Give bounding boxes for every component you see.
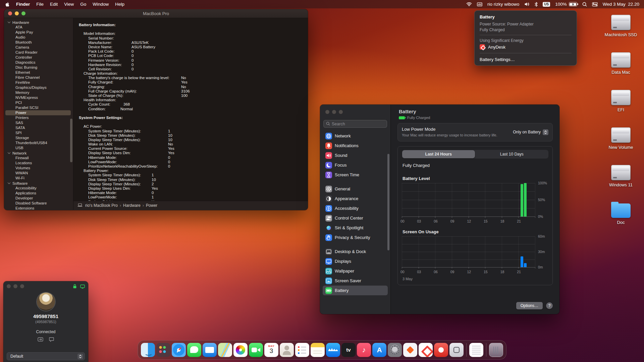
settings-nav-accessibility[interactable]: Accessibility: [323, 203, 388, 213]
settings-nav-privacy-security[interactable]: Privacy & Security: [323, 233, 388, 242]
dock-photos-icon[interactable]: [233, 343, 248, 357]
dock-tv-icon[interactable]: [341, 343, 356, 357]
menu-bar-clock[interactable]: Wed 3 May 22.20: [603, 2, 639, 7]
bluetooth-icon[interactable]: [535, 2, 538, 7]
battery-settings-menu-item[interactable]: Battery Settings…: [475, 56, 577, 63]
sysinfo-item-sata[interactable]: SATA: [4, 125, 73, 130]
breadcrumb-item[interactable]: rio's MacBook Pro: [85, 203, 118, 208]
sysinfo-item-parallel-scsi[interactable]: Parallel SCSI: [4, 105, 73, 110]
sysinfo-item-graphics-displays[interactable]: Graphics/Displays: [4, 85, 73, 90]
dock-messages-icon[interactable]: [187, 343, 201, 357]
dock-finder-icon[interactable]: [141, 343, 155, 357]
dock-calendar-icon[interactable]: MAY3: [264, 343, 278, 357]
desktop-icon-windows-11[interactable]: Windows 11: [599, 164, 643, 201]
zoom-button[interactable]: [21, 11, 25, 15]
sysinfo-item-camera[interactable]: Camera: [4, 45, 73, 50]
input-source-indicator[interactable]: US: [543, 2, 550, 7]
sysinfo-item-fibre-channel[interactable]: Fibre Channel: [4, 75, 73, 80]
sysinfo-item-bluetooth[interactable]: Bluetooth: [4, 40, 73, 45]
settings-nav-screen-time[interactable]: Screen Time: [323, 170, 388, 180]
dock-app-store-icon[interactable]: [372, 343, 386, 357]
low-power-mode-select[interactable]: Only on Battery: [513, 129, 548, 135]
settings-nav-notifications[interactable]: Notifications: [323, 141, 388, 150]
sysinfo-item-disabled-software[interactable]: Disabled Software: [4, 201, 73, 206]
sysinfo-item-extensions[interactable]: Extensions: [4, 206, 73, 210]
wifi-icon[interactable]: [466, 2, 472, 6]
sysinfo-item-memory[interactable]: Memory: [4, 90, 73, 95]
volume-icon[interactable]: [524, 2, 530, 6]
stats-icon[interactable]: [477, 2, 482, 6]
energy-app-anydesk[interactable]: AnyDesk: [475, 43, 577, 51]
menu-finder[interactable]: Finder: [16, 2, 30, 7]
search-field[interactable]: [323, 120, 387, 128]
close-button[interactable]: [325, 110, 329, 114]
sysinfo-item-usb[interactable]: USB: [4, 145, 73, 150]
sysinfo-item-wwan[interactable]: WWAN: [4, 171, 73, 176]
menu-view[interactable]: View: [64, 2, 74, 7]
sysinfo-item-apple-pay[interactable]: Apple Pay: [4, 30, 73, 35]
menu-go[interactable]: Go: [80, 2, 86, 7]
desktop-icon-machintosh-ssd[interactable]: Machintosh SSD: [599, 13, 643, 51]
close-button[interactable]: [8, 11, 12, 15]
profile-select[interactable]: Default: [7, 352, 85, 360]
sysinfo-item-wi-fi[interactable]: Wi-Fi: [4, 176, 73, 181]
dock-red-app-icon[interactable]: [434, 343, 448, 357]
dock-system-settings-icon[interactable]: [388, 343, 402, 357]
settings-nav-network[interactable]: Network: [323, 131, 388, 141]
sysinfo-item-firewall[interactable]: Firewall: [4, 156, 73, 161]
help-button[interactable]: ?: [546, 302, 553, 309]
desktop-icon-data-mac[interactable]: Data Mac: [599, 51, 643, 88]
minimize-button[interactable]: [332, 110, 336, 114]
sysinfo-item-ethernet[interactable]: Ethernet: [4, 70, 73, 75]
scrollbar-thumb[interactable]: [387, 154, 389, 250]
settings-nav-siri-spotlight[interactable]: Siri & Spotlight: [323, 223, 388, 233]
control-center-icon[interactable]: [592, 2, 598, 6]
apple-menu-icon[interactable]: [5, 2, 10, 7]
tab-last-10-days[interactable]: Last 10 Days: [476, 150, 548, 158]
options-button[interactable]: Options…: [516, 302, 543, 309]
tab-last-24-hours[interactable]: Last 24 Hours: [402, 150, 475, 158]
settings-nav-desktop-dock[interactable]: Desktop & Dock: [323, 247, 388, 256]
sysinfo-item-ata[interactable]: ATA: [4, 25, 73, 30]
zoom-button[interactable]: [20, 284, 24, 288]
minimize-button[interactable]: [15, 11, 19, 15]
window-titlebar[interactable]: MacBook Pro: [4, 9, 308, 18]
sysinfo-item-developer[interactable]: Developer: [4, 196, 73, 201]
dock-facetime-icon[interactable]: [249, 343, 263, 357]
dock-soundwave-icon[interactable]: [326, 343, 340, 357]
dock-anydesk-icon[interactable]: [419, 343, 433, 357]
settings-nav-displays[interactable]: Displays: [323, 256, 388, 266]
sysinfo-item-audio[interactable]: Audio: [4, 35, 73, 40]
sysinfo-item-accessibility[interactable]: Accessibility: [4, 186, 73, 191]
chat-icon[interactable]: [49, 337, 54, 343]
menu-help[interactable]: Help: [115, 2, 124, 7]
sysinfo-item-spi[interactable]: SPI: [4, 130, 73, 135]
sysinfo-item-applications[interactable]: Applications: [4, 191, 73, 196]
dock-orange-diamond-icon[interactable]: [403, 343, 417, 357]
settings-nav-screen-saver[interactable]: Screen Saver: [323, 276, 388, 286]
dock-safari-icon[interactable]: [172, 343, 186, 357]
sysinfo-item-firewire[interactable]: FireWire: [4, 80, 73, 85]
desktop-icon-new-volume[interactable]: New Volume: [599, 126, 643, 164]
sysinfo-item-disc-burning[interactable]: Disc Burning: [4, 65, 73, 70]
spotlight-icon[interactable]: [582, 2, 587, 7]
sysinfo-item-power[interactable]: Power: [5, 110, 71, 115]
menu-window[interactable]: Window: [93, 2, 109, 7]
sysinfo-item-storage[interactable]: Storage: [4, 135, 73, 140]
settings-nav-general[interactable]: General: [323, 184, 388, 194]
scrollbar-thumb[interactable]: [70, 119, 72, 162]
dock-textedit-icon[interactable]: [469, 343, 483, 357]
breadcrumb-item[interactable]: Power: [146, 203, 157, 208]
sysinfo-item-thunderbolt-usb4[interactable]: Thunderbolt/USB4: [4, 140, 73, 145]
sysinfo-item-nvmexpress[interactable]: NVMExpress: [4, 95, 73, 100]
settings-nav-sound[interactable]: Sound: [323, 150, 388, 160]
dock-mail-icon[interactable]: [203, 343, 217, 357]
file-transfer-icon[interactable]: [38, 337, 43, 343]
breadcrumb-item[interactable]: Hardware: [123, 203, 141, 208]
dock-notes-icon[interactable]: [311, 343, 325, 357]
sysinfo-item-printers[interactable]: Printers: [4, 115, 73, 120]
sysinfo-section-software[interactable]: Software: [4, 181, 73, 186]
sysinfo-item-diagnostics[interactable]: Diagnostics: [4, 60, 73, 65]
close-button[interactable]: [7, 284, 11, 288]
minimize-button[interactable]: [13, 284, 17, 288]
